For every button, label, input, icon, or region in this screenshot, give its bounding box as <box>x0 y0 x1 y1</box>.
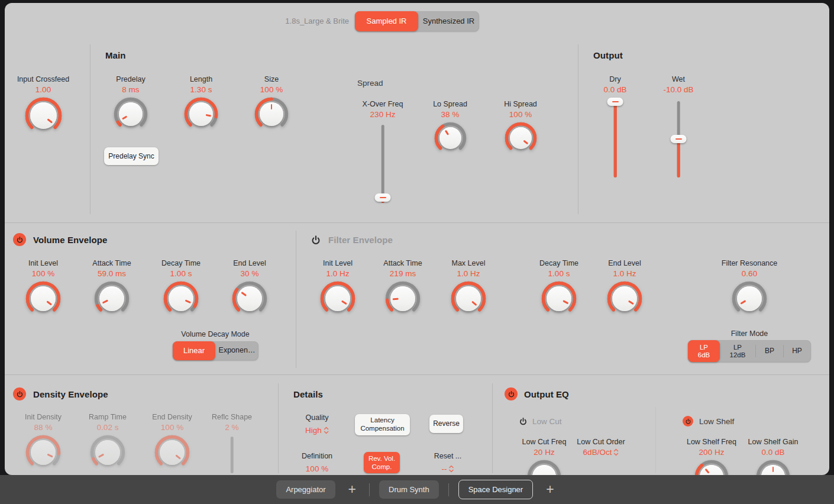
dock-tab-arpeggiator[interactable]: Arpeggiator <box>276 480 335 499</box>
input-crossfeed-value: 1.00 <box>35 85 51 94</box>
end-density-value: 100 % <box>161 423 183 432</box>
lo-spread-knob[interactable] <box>434 122 467 154</box>
volume-envelope-power-button[interactable] <box>13 233 26 246</box>
flt-max-level-label: Max Level <box>452 259 486 267</box>
dock-tab-space-designer[interactable]: Space Designer <box>458 480 534 499</box>
knob-face <box>737 286 762 311</box>
flt-attack-time-value: 219 ms <box>390 269 416 278</box>
predelay-sync-button[interactable]: Predelay Sync <box>104 147 159 165</box>
length-knob[interactable] <box>184 97 218 131</box>
length-value: 1.30 s <box>190 85 212 94</box>
vol-init-level-knob[interactable] <box>25 281 61 316</box>
plugin-panel <box>5 3 829 475</box>
flt-decay-time-knob[interactable] <box>541 281 577 316</box>
low-shelf-title: Low Shelf <box>699 417 734 426</box>
flt-init-level-knob[interactable] <box>320 281 355 316</box>
tab-synthesized-ir[interactable]: Synthesized IR <box>418 11 479 31</box>
flt-attack-time-knob[interactable] <box>385 281 421 316</box>
dry-slider-thumb[interactable] <box>607 98 623 106</box>
divider <box>655 407 656 473</box>
xover-freq-control: X-Over Freq 230 Hz <box>344 100 421 205</box>
vol-end-level-label: End Level <box>233 259 266 267</box>
filter-mode-hp[interactable]: HP <box>784 340 810 362</box>
vol-end-level-knob[interactable] <box>232 281 267 316</box>
decay-mode-linear[interactable]: Linear <box>173 341 215 360</box>
dock-tab-drum-synth[interactable]: Drum Synth <box>379 480 439 499</box>
init-density-knob[interactable] <box>25 435 61 470</box>
latency-line1: Latency <box>370 416 394 425</box>
low-cut-order-select[interactable]: 6dB/Oct <box>583 448 619 457</box>
stepper-icon[interactable] <box>613 448 619 457</box>
knob-face <box>547 286 571 311</box>
quality-select[interactable]: High <box>305 426 329 435</box>
predelay-value: 8 ms <box>122 85 139 94</box>
reverse-button[interactable]: Reverse <box>429 415 463 433</box>
add-plugin-icon[interactable]: + <box>542 482 557 497</box>
filter-resonance-value: 0.60 <box>742 269 757 278</box>
size-label: Size <box>264 75 279 83</box>
tab-sampled-ir[interactable]: Sampled IR <box>355 11 418 31</box>
low-cut-order-label: Low Cut Order <box>577 438 625 446</box>
vol-decay-time-control: Decay Time 1.00 s <box>143 259 219 316</box>
wet-label: Wet <box>672 75 685 83</box>
filter-mode-lp12db[interactable]: LP 12dB <box>720 340 755 362</box>
reset-value: -- <box>442 464 447 473</box>
decay-mode-exponential[interactable]: Exponen… <box>215 341 258 360</box>
flt-max-level-knob[interactable] <box>451 281 486 316</box>
end-density-knob[interactable] <box>154 435 190 470</box>
preset-name[interactable]: 1.8s_Large & Brite <box>237 17 349 25</box>
rev-vol-comp-button[interactable]: Rev. Vol. Comp. <box>364 452 400 473</box>
size-knob[interactable] <box>254 97 289 131</box>
ramp-time-value: 0.02 s <box>97 423 119 432</box>
low-shelf-power-button[interactable] <box>683 416 693 427</box>
wet-slider <box>670 98 687 180</box>
hi-spread-knob[interactable] <box>505 122 537 154</box>
knob-face <box>456 286 481 311</box>
filter-mode-lp12db-line1: LP <box>733 344 742 351</box>
latency-line2: Compensation <box>360 425 404 433</box>
density-envelope-power-button[interactable] <box>13 387 26 400</box>
filter-mode-bp[interactable]: BP <box>756 340 783 362</box>
space-designer-window: 1.8s_Large & Brite Sampled IR Synthesize… <box>0 0 834 504</box>
stepper-icon[interactable] <box>324 426 329 435</box>
length-label: Length <box>190 75 212 83</box>
filter-resonance-control: Filter Resonance 0.60 <box>711 259 788 316</box>
vol-end-level-value: 30 % <box>241 269 259 278</box>
vol-attack-time-knob[interactable] <box>94 281 130 316</box>
predelay-knob[interactable] <box>114 97 148 131</box>
filter-mode-lp6db[interactable]: LP 6dB <box>688 340 720 362</box>
wet-slider-thumb[interactable] <box>671 135 687 143</box>
reset-select[interactable]: -- <box>442 464 454 473</box>
filter-mode-label: Filter Mode <box>731 329 768 338</box>
lo-spread-control: Lo Spread 38 % <box>412 100 489 154</box>
plugin-dock: Arpeggiator + Drum Synth Space Designer … <box>0 475 834 504</box>
filter-envelope-power-button[interactable] <box>310 234 321 245</box>
quality-label: Quality <box>306 413 329 422</box>
flt-end-level-knob[interactable] <box>607 281 642 316</box>
latency-compensation-button[interactable]: Latency Compensation <box>355 414 410 435</box>
input-crossfeed-knob[interactable] <box>25 97 62 134</box>
slider-track <box>382 125 384 203</box>
wet-control: Wet -10.0 dB <box>640 75 717 180</box>
xover-freq-slider-thumb[interactable] <box>375 193 391 202</box>
low-cut-power-button[interactable] <box>518 416 528 426</box>
filter-resonance-knob[interactable] <box>732 281 767 316</box>
flt-init-level-label: Init Level <box>323 259 353 267</box>
dry-slider <box>606 98 624 180</box>
ramp-time-knob[interactable] <box>90 435 125 470</box>
knob-face <box>95 440 120 465</box>
knob-face <box>612 286 637 311</box>
dock-divider <box>369 483 370 496</box>
reflc-shape-slider[interactable] <box>223 435 241 473</box>
output-eq-power-button[interactable] <box>505 387 518 400</box>
reflc-shape-label: Reflc Shape <box>212 413 252 421</box>
vol-decay-time-knob[interactable] <box>163 281 199 316</box>
knob-face <box>325 286 350 311</box>
details-title: Details <box>293 389 323 399</box>
reset-label: Reset ... <box>434 452 462 460</box>
add-plugin-icon[interactable]: + <box>345 482 360 497</box>
flt-decay-time-label: Decay Time <box>539 259 578 267</box>
filter-mode-segmented: LP 6dB LP 12dB BP HP <box>688 340 811 362</box>
stepper-icon[interactable] <box>449 464 454 473</box>
init-density-label: Init Density <box>25 413 62 421</box>
